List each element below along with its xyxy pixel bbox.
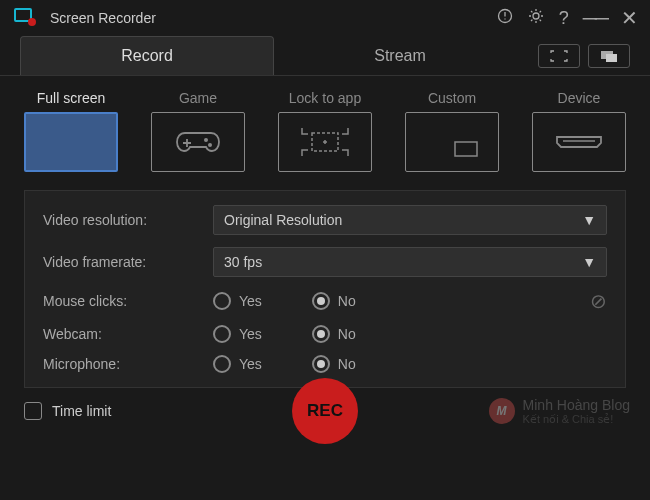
- full-screen-icon: [24, 112, 118, 172]
- mode-full-screen[interactable]: Full screen: [24, 90, 118, 172]
- svg-point-3: [533, 13, 539, 19]
- watermark-subtitle: Kết nối & Chia sẻ!: [523, 413, 630, 426]
- framerate-label: Video framerate:: [43, 254, 213, 270]
- resolution-label: Video resolution:: [43, 212, 213, 228]
- mic-yes-radio[interactable]: Yes: [213, 355, 262, 373]
- mode-label: Custom: [405, 90, 499, 106]
- chevron-down-icon: ▼: [582, 254, 596, 270]
- footer: Time limit REC M Minh Hoàng Blog Kết nối…: [0, 388, 650, 434]
- lock-to-app-icon: [278, 112, 372, 172]
- watermark: M Minh Hoàng Blog Kết nối & Chia sẻ!: [489, 397, 630, 426]
- svg-rect-9: [455, 142, 477, 156]
- mode-label: Device: [532, 90, 626, 106]
- mouse-yes-radio[interactable]: Yes: [213, 292, 262, 310]
- mode-lock-to-app[interactable]: Lock to app: [278, 90, 372, 172]
- resolution-select[interactable]: Original Resolution ▼: [213, 205, 607, 235]
- svg-point-2: [498, 10, 511, 23]
- mode-custom[interactable]: Custom: [405, 90, 499, 172]
- settings-icon[interactable]: [527, 7, 545, 29]
- hdmi-icon: [532, 112, 626, 172]
- watermark-logo-icon: M: [489, 398, 515, 424]
- resolution-value: Original Resolution: [224, 212, 342, 228]
- mode-label: Game: [151, 90, 245, 106]
- svg-point-7: [208, 143, 212, 147]
- help-icon[interactable]: ?: [559, 8, 569, 29]
- capture-modes: Full screen Game Lock to app Custom Devi…: [0, 76, 650, 182]
- tab-right-actions: [526, 44, 630, 68]
- svg-rect-0: [15, 9, 31, 21]
- webcam-label: Webcam:: [43, 326, 213, 342]
- framerate-select[interactable]: 30 fps ▼: [213, 247, 607, 277]
- mic-no-radio[interactable]: No: [312, 355, 356, 373]
- svg-rect-8: [312, 133, 338, 151]
- fullscreen-toggle-icon[interactable]: [538, 44, 580, 68]
- notifications-icon[interactable]: [497, 8, 513, 28]
- mode-label: Lock to app: [278, 90, 372, 106]
- mode-label: Full screen: [24, 90, 118, 106]
- tab-bar: Record Stream: [0, 36, 650, 76]
- svg-point-6: [204, 138, 208, 142]
- mouse-clicks-label: Mouse clicks:: [43, 293, 213, 309]
- title-bar: Screen Recorder ? ── ✕: [0, 0, 650, 36]
- svg-rect-4: [601, 51, 613, 59]
- framerate-value: 30 fps: [224, 254, 262, 270]
- time-limit-label: Time limit: [52, 403, 111, 419]
- settings-panel: Video resolution: Original Resolution ▼ …: [24, 190, 626, 388]
- microphone-label: Microphone:: [43, 356, 213, 372]
- webcam-yes-radio[interactable]: Yes: [213, 325, 262, 343]
- webcam-no-radio[interactable]: No: [312, 325, 356, 343]
- record-button[interactable]: REC: [292, 378, 358, 444]
- chevron-down-icon: ▼: [582, 212, 596, 228]
- mode-device[interactable]: Device: [532, 90, 626, 172]
- minimize-icon[interactable]: ──: [583, 7, 607, 30]
- svg-rect-5: [606, 54, 617, 62]
- gamepad-icon: [151, 112, 245, 172]
- disabled-icon: ⊘: [590, 289, 607, 313]
- tab-record[interactable]: Record: [20, 36, 274, 75]
- mouse-no-radio[interactable]: No: [312, 292, 356, 310]
- svg-point-1: [28, 18, 36, 26]
- app-title: Screen Recorder: [50, 10, 497, 26]
- title-actions: ? ── ✕: [497, 6, 638, 30]
- close-icon[interactable]: ✕: [621, 6, 638, 30]
- mode-game[interactable]: Game: [151, 90, 245, 172]
- app-logo-icon: [12, 7, 40, 29]
- watermark-title: Minh Hoàng Blog: [523, 397, 630, 413]
- overlay-toggle-icon[interactable]: [588, 44, 630, 68]
- time-limit-checkbox[interactable]: [24, 402, 42, 420]
- tab-stream[interactable]: Stream: [274, 36, 526, 75]
- custom-region-icon: [405, 112, 499, 172]
